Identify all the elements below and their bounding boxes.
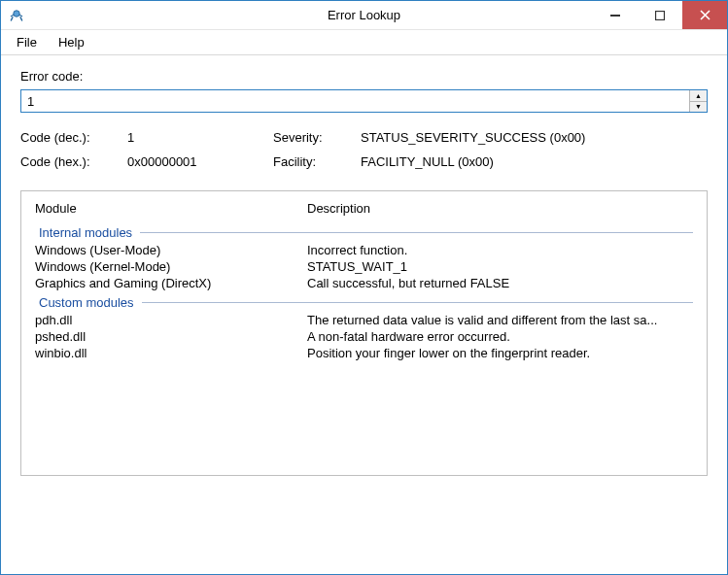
- facility-label: Facility:: [273, 154, 361, 169]
- error-code-input[interactable]: [21, 90, 689, 112]
- table-row[interactable]: Windows (User-Mode) Incorrect function.: [21, 242, 707, 258]
- code-dec-value: 1: [127, 130, 273, 145]
- info-grid: Code (dec.): 1 Severity: STATUS_SEVERITY…: [20, 130, 708, 169]
- column-description: Description: [307, 201, 693, 216]
- results-header: Module Description: [21, 191, 707, 221]
- svg-rect-6: [656, 11, 665, 19]
- description-cell: STATUS_WAIT_1: [307, 259, 693, 274]
- code-hex-label: Code (hex.):: [20, 154, 127, 169]
- table-row[interactable]: Windows (Kernel-Mode) STATUS_WAIT_1: [21, 258, 707, 275]
- spin-up-button[interactable]: ▲: [690, 90, 707, 102]
- window-controls: [593, 1, 727, 29]
- module-cell: Graphics and Gaming (DirectX): [35, 276, 307, 290]
- table-row[interactable]: Graphics and Gaming (DirectX) Call succe…: [21, 275, 707, 291]
- menu-bar: File Help: [1, 30, 727, 55]
- title-bar: Error Lookup: [1, 1, 727, 30]
- severity-label: Severity:: [273, 130, 361, 145]
- description-cell: A non-fatal hardware error occurred.: [307, 329, 693, 344]
- section-internal-label: Internal modules: [39, 225, 132, 240]
- divider-line: [140, 232, 693, 233]
- close-button[interactable]: [682, 1, 727, 29]
- severity-value: STATUS_SEVERITY_SUCCESS (0x00): [361, 130, 708, 145]
- section-internal-modules: Internal modules: [21, 221, 707, 242]
- section-custom-modules: Custom modules: [21, 291, 707, 312]
- code-hex-value: 0x00000001: [127, 154, 273, 169]
- maximize-button[interactable]: [638, 1, 682, 29]
- description-cell: Position your finger lower on the finger…: [307, 346, 693, 360]
- module-cell: winbio.dll: [35, 346, 307, 360]
- description-cell: Call successful, but returned FALSE: [307, 276, 693, 290]
- section-custom-label: Custom modules: [39, 295, 134, 310]
- module-cell: Windows (Kernel-Mode): [35, 259, 307, 274]
- results-panel: Module Description Internal modules Wind…: [20, 190, 708, 476]
- module-cell: Windows (User-Mode): [35, 243, 307, 257]
- description-cell: The returned data value is valid and dif…: [307, 313, 693, 327]
- svg-rect-5: [610, 15, 620, 17]
- spin-down-button[interactable]: ▼: [690, 102, 707, 113]
- facility-value: FACILITY_NULL (0x00): [361, 154, 708, 169]
- app-icon: [9, 8, 24, 23]
- code-dec-label: Code (dec.):: [20, 130, 127, 145]
- menu-help[interactable]: Help: [49, 32, 94, 52]
- error-code-spinner: ▲ ▼: [689, 90, 707, 112]
- error-code-label: Error code:: [20, 69, 708, 84]
- minimize-button[interactable]: [593, 1, 638, 29]
- description-cell: Incorrect function.: [307, 243, 693, 257]
- table-row[interactable]: pshed.dll A non-fatal hardware error occ…: [21, 328, 707, 345]
- table-row[interactable]: pdh.dll The returned data value is valid…: [21, 312, 707, 328]
- table-row[interactable]: winbio.dll Position your finger lower on…: [21, 345, 707, 361]
- menu-file[interactable]: File: [7, 32, 47, 52]
- error-code-field: ▲ ▼: [20, 89, 708, 113]
- content-area: Error code: ▲ ▼ Code (dec.): 1 Severity:…: [1, 55, 727, 493]
- svg-point-0: [14, 10, 19, 16]
- module-cell: pshed.dll: [35, 329, 307, 344]
- module-cell: pdh.dll: [35, 313, 307, 327]
- column-module: Module: [35, 201, 307, 216]
- divider-line: [142, 302, 693, 303]
- svg-rect-1: [10, 16, 13, 20]
- svg-rect-2: [19, 16, 22, 20]
